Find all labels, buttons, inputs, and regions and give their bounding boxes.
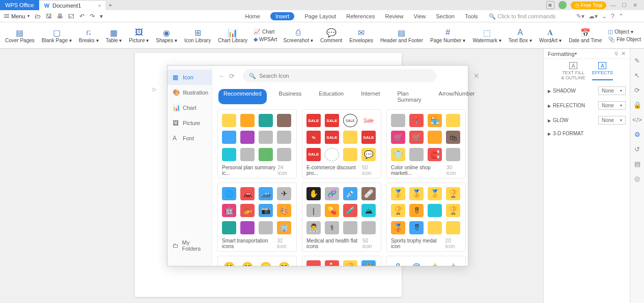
edit-tool-icon[interactable]: ✎ [634, 57, 640, 65]
breaks-button[interactable]: ⎌Breaks ▾ [76, 26, 102, 44]
envelope-icon: ✉ [358, 27, 365, 38]
icon-library-dialog: ▦Icon 🎨Illustration 📊Chart 🖼Picture AFon… [167, 65, 468, 266]
side-font[interactable]: AFont [167, 131, 212, 146]
icon-set[interactable]: Personal plan summary ic...24 icon [217, 109, 297, 178]
reflection-select[interactable]: None▾ [598, 101, 626, 110]
tab-review[interactable]: Review [385, 13, 403, 19]
wpsart-button[interactable]: ◆WPSArt [254, 36, 277, 43]
minimize-button[interactable]: — [610, 2, 618, 8]
help-icon[interactable]: ? [611, 13, 614, 20]
tab-page-layout[interactable]: Page Layout [304, 13, 336, 19]
print-icon[interactable]: 🖶 [57, 13, 63, 20]
datetime-button[interactable]: 📅Date and Time [566, 26, 605, 44]
comment-button[interactable]: 💬Comment [317, 26, 345, 44]
tab-insert[interactable]: Insert [270, 12, 295, 20]
shapes-button[interactable]: ◉Shapes ▾ [153, 26, 180, 44]
settings-icon[interactable]: ⌄ [602, 13, 607, 20]
refresh-icon[interactable]: ⟳ [229, 72, 235, 80]
textbox-button[interactable]: AText Box ▾ [506, 26, 535, 44]
side-picture[interactable]: 🖼Picture [167, 115, 212, 131]
file-object-button[interactable]: 📎File Object [608, 36, 641, 43]
cat-recommended[interactable]: Recommended [218, 89, 267, 104]
chart-library-button[interactable]: 📊Chart Library [215, 26, 250, 44]
icon-set[interactable]: 😷😊😠😄 [217, 256, 297, 266]
open-icon[interactable]: 🗁 [35, 13, 41, 20]
grid-icon[interactable]: ⊞ [546, 1, 554, 9]
cover-pages-button[interactable]: ▤Cover Pages [2, 26, 38, 44]
side-icon[interactable]: ▦Icon [167, 70, 212, 85]
menu-button[interactable]: Menu ▾ [4, 13, 30, 19]
avatar[interactable] [558, 1, 567, 9]
share-icon[interactable]: ☁▾ [589, 13, 598, 20]
chart-button[interactable]: 📈Chart [254, 28, 277, 35]
maximize-button[interactable]: ☐ [622, 2, 629, 9]
close-icon[interactable]: ✕ [473, 72, 480, 80]
app-tab[interactable]: WPS Office [0, 0, 39, 10]
cat-education[interactable]: Education [314, 89, 349, 104]
style-icon[interactable]: ✎▾ [576, 13, 584, 20]
header-footer-button[interactable]: ▤Header and Footer [377, 26, 426, 44]
icon-library-button[interactable]: ⊞Icon Library [181, 26, 214, 44]
search-field[interactable] [259, 73, 430, 79]
glow-select[interactable]: None▾ [598, 116, 626, 125]
side-illustration[interactable]: 🎨Illustration [167, 85, 212, 100]
icon-set[interactable]: ✋🧬💉🩹|💊🧪⛰👨‍⚕️⚕ Medical and health flat ic… [302, 183, 381, 252]
more-icon[interactable]: ▾ [100, 13, 103, 20]
close-pane-icon[interactable]: ✕ [621, 50, 626, 57]
search-commands[interactable]: 🔍 Click to find commands [488, 13, 556, 20]
side-my-folders[interactable]: 🗀My Folders [167, 235, 212, 256]
collapse-ribbon-icon[interactable]: ⌃ [619, 13, 624, 20]
tab-effects[interactable]: AEFFECTS [592, 62, 613, 80]
layers-icon[interactable]: ▤ [634, 160, 640, 168]
shapes-icon: ◉ [163, 27, 170, 38]
table-button[interactable]: ▦Table ▾ [103, 26, 125, 44]
blank-page-button[interactable]: ▢Blank Page ▾ [39, 26, 75, 44]
envelopes-button[interactable]: ✉Envelopes [346, 26, 376, 44]
side-chart[interactable]: 📊Chart [167, 100, 212, 115]
tab-view[interactable]: View [414, 13, 426, 19]
redo-icon[interactable]: ↷ [90, 13, 95, 20]
back-icon[interactable]: ← [218, 72, 225, 80]
cat-business[interactable]: Business [274, 89, 307, 104]
undo-icon[interactable]: ↶ [79, 13, 85, 20]
save-icon[interactable]: 🖫 [46, 13, 52, 20]
document-tab[interactable]: W Document1 × [39, 0, 105, 10]
wordart-button[interactable]: 𝐀WordArt ▾ [536, 26, 565, 44]
doc-icon: W [44, 3, 49, 9]
icon-set[interactable]: 🌐🚗🚙✈🤖🚁📷🎨🏢 Smart transportation icons32 i… [217, 183, 297, 252]
shadow-select[interactable]: None▾ [598, 86, 626, 95]
cat-plan-summary[interactable]: Plan Summary [392, 89, 426, 104]
close-tab-icon[interactable]: × [98, 3, 101, 9]
free-trial-badge[interactable]: ◷ Free Trial [571, 2, 606, 9]
history-icon[interactable]: ↺ [634, 145, 640, 153]
object-button[interactable]: ◫Object ▾ [608, 28, 641, 35]
lock-tool-icon[interactable]: 🔒 [633, 101, 641, 109]
watermark-button[interactable]: ⬚Watermark ▾ [469, 26, 504, 44]
search-input[interactable]: 🔍 [243, 69, 436, 82]
tab-text-fill-outline[interactable]: ATEXT FILL & OUTLINE [561, 62, 586, 80]
tab-home[interactable]: Home [245, 13, 260, 19]
screenshot-button[interactable]: ⎙Screenshot ▾ [281, 26, 316, 44]
icon-set[interactable]: —🏓🏆🏋 [302, 256, 381, 266]
icon-set[interactable]: 📍🏪🛒🛒🛍👕🧲 Color online shop marketi...30 i… [386, 109, 466, 178]
app-name: WPS Office [5, 2, 34, 8]
cat-internet[interactable]: Internet [356, 89, 385, 104]
code-icon[interactable]: </> [632, 116, 642, 124]
tab-section[interactable]: Section [436, 13, 455, 19]
tab-tools[interactable]: Tools [465, 13, 478, 19]
slider-icon[interactable]: ⚙ [634, 131, 640, 138]
tab-references[interactable]: References [346, 13, 375, 19]
select-tool-icon[interactable]: ↖ [634, 72, 640, 79]
icon-set[interactable]: &@⋔⋔ [386, 256, 466, 266]
icon-set[interactable]: 🥇🏅🥇🏆🏆🎖🏆🥉🎖 Sports trophy medal icon20 ico… [386, 183, 466, 252]
eye-icon[interactable]: ◎ [634, 175, 640, 183]
preview-icon[interactable]: 🗠 [68, 13, 74, 20]
new-tab-button[interactable]: + [105, 2, 116, 8]
picture-button[interactable]: 🖼Picture ▾ [126, 26, 152, 44]
pin-icon[interactable]: ⚲ [614, 51, 618, 56]
page-number-button[interactable]: #Page Number ▾ [427, 26, 468, 44]
close-button[interactable]: ✕ [633, 2, 640, 9]
icon-set[interactable]: SALESALESALESale%SALESALESALE💬 E-commerc… [302, 109, 381, 178]
cat-arrow-number[interactable]: Arrow/Number [434, 89, 480, 104]
crop-tool-icon[interactable]: ⟳ [634, 86, 640, 94]
